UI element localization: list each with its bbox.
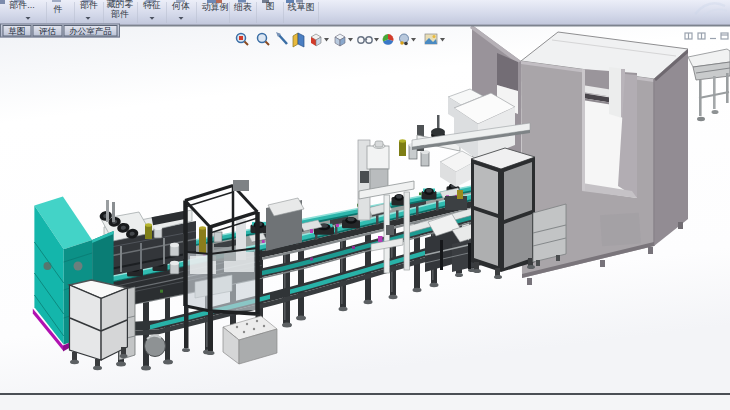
svg-text:草图: 草图	[8, 26, 26, 36]
svg-text:办公室产品: 办公室产品	[69, 26, 112, 36]
svg-text:藏的零: 藏的零	[107, 0, 134, 9]
svg-text:图: 图	[266, 1, 275, 11]
svg-text:评估: 评估	[38, 26, 57, 36]
svg-text:部件...: 部件...	[9, 0, 35, 10]
svg-text:件: 件	[53, 4, 63, 14]
svg-text:细表: 细表	[233, 2, 252, 12]
svg-text:线草图: 线草图	[288, 2, 315, 12]
svg-text:部件: 部件	[80, 0, 98, 10]
svg-text:动算例: 动算例	[202, 2, 229, 12]
svg-text:特征: 特征	[143, 0, 161, 10]
svg-text:部件: 部件	[111, 9, 129, 19]
svg-text:何体: 何体	[171, 1, 190, 11]
